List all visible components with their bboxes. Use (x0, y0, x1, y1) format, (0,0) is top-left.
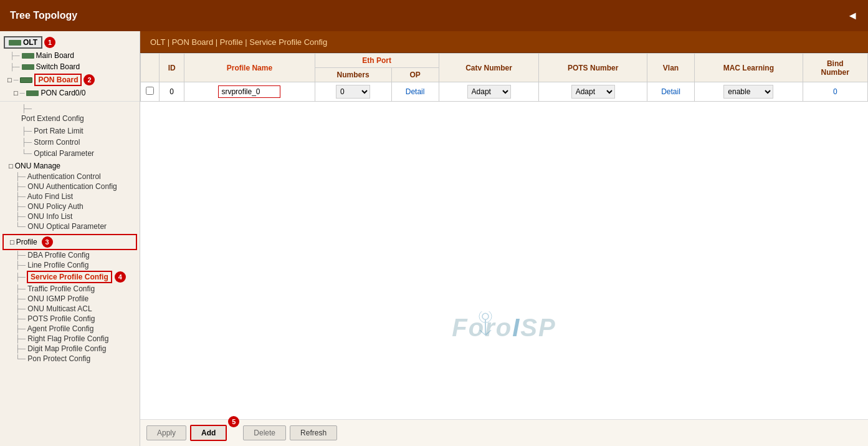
sidebar: OLT 1 ├─ Main Board ├─ Switch Board (0, 31, 140, 446)
expand-card[interactable]: □ (14, 89, 18, 97)
sidebar-item-onu-optical[interactable]: └─ ONU Optical Parameter (15, 221, 137, 231)
igmp-label[interactable]: ONU IGMP Profile (27, 294, 88, 303)
onu-manage-group: □ ONU Manage ├─ Authentication Control ├… (0, 159, 140, 233)
sidebar-item-optical[interactable]: └─ Optical Parameter (2, 148, 137, 159)
traffic-label[interactable]: Traffic Profile Config (27, 284, 95, 293)
detail-link-vlan[interactable]: Detail (661, 87, 680, 96)
row-eth-op: Detail (391, 82, 439, 102)
sidebar-item-line[interactable]: ├─ Line Profile Config (15, 260, 137, 270)
breadcrumb-bar: OLT | PON Board | Profile | Service Prof… (140, 31, 868, 53)
divider1 (0, 101, 140, 102)
badge-2: 2 (83, 74, 95, 85)
connector3: ─ (14, 76, 19, 84)
port-rate-label[interactable]: Port Rate Limit (34, 127, 83, 135)
th-id: ID (160, 54, 184, 82)
olt-box: OLT (4, 36, 42, 49)
sidebar-item-auth-ctrl[interactable]: ├─ Authentication Control (15, 172, 137, 182)
catv-select[interactable]: Adapt 0 1 (467, 85, 511, 99)
sidebar-item-agent[interactable]: ├─ Agent Profile Config (15, 324, 137, 334)
mac-select[interactable]: enable disable (723, 85, 773, 99)
sidebar-item-onu-policy[interactable]: ├─ ONU Policy Auth (15, 201, 137, 211)
pon-card-label: PON Card0/0 (41, 89, 85, 97)
main-layout: OLT 1 ├─ Main Board ├─ Switch Board (0, 31, 868, 446)
sidebar-item-multicast[interactable]: ├─ ONU Multicast ACL (15, 304, 137, 314)
detail-link-eth[interactable]: Detail (406, 87, 425, 96)
line-label[interactable]: Line Profile Config (27, 261, 88, 269)
switch-board-label: Switch Board (36, 62, 80, 71)
olt-icon (9, 40, 21, 46)
sidebar-item-pots[interactable]: ├─ POTS Profile Config (15, 314, 137, 324)
onu-manage-label: ONU Manage (15, 162, 60, 170)
svg-line-4 (485, 330, 491, 335)
pots-select[interactable]: Adapt 0 1 (571, 85, 615, 99)
right-flag-label[interactable]: Right Flag Profile Config (27, 334, 108, 343)
expand-pon[interactable]: □ (7, 76, 12, 84)
auth-ctrl-label[interactable]: Authentication Control (27, 172, 101, 181)
sidebar-item-dba[interactable]: ├─ DBA Profile Config (15, 250, 137, 260)
delete-button[interactable]: Delete (243, 425, 286, 440)
olt-label: OLT (23, 38, 37, 47)
sidebar-item-right-flag[interactable]: ├─ Right Flag Profile Config (15, 334, 137, 344)
action-bar: Apply Add 5 Delete Refresh (140, 419, 868, 446)
service-profile-label[interactable]: Service Profile Config (27, 271, 112, 283)
connector2: ├─ (10, 63, 20, 70)
collapse-btn[interactable]: ◄ (847, 9, 858, 22)
olt-row[interactable]: OLT 1 (4, 35, 136, 50)
storm-control-label[interactable]: Storm Control (34, 138, 80, 147)
sidebar-item-storm[interactable]: ├─ Storm Control (2, 137, 137, 148)
add-button[interactable]: Add (190, 425, 227, 441)
pon-protect-label[interactable]: Pon Protect Config (27, 354, 90, 363)
sidebar-item-port-extend[interactable]: ├─ Port Extend Config (2, 103, 137, 125)
sidebar-tree-root: OLT 1 ├─ Main Board ├─ Switch Board (0, 31, 140, 100)
expand-profile[interactable]: □ (10, 238, 14, 246)
onu-info-label[interactable]: ONU Info List (27, 212, 72, 221)
watermark-after: SP (520, 314, 556, 341)
port-extend-label[interactable]: Port Extend Config (21, 113, 137, 124)
dba-label[interactable]: DBA Profile Config (27, 251, 89, 259)
sidebar-item-onu-info[interactable]: ├─ ONU Info List (15, 211, 137, 221)
sidebar-item-onu-auth[interactable]: ├─ ONU Authentication Config (15, 182, 137, 191)
onu-optical-label[interactable]: ONU Optical Parameter (27, 222, 107, 231)
agent-label[interactable]: Agent Profile Config (27, 324, 94, 333)
th-pots: POTS Number (539, 54, 647, 82)
watermark: ForoISP (452, 314, 556, 342)
onu-manage-header[interactable]: □ ONU Manage (2, 160, 137, 172)
auto-find-label[interactable]: Auto Find List (27, 192, 73, 201)
pon-card-row[interactable]: □ ─ PON Card0/0 (4, 87, 136, 99)
row-checkbox[interactable] (146, 87, 154, 95)
optical-param-label[interactable]: Optical Parameter (34, 149, 94, 158)
onu-auth-label[interactable]: ONU Authentication Config (27, 182, 117, 191)
digit-map-label[interactable]: Digit Map Profile Config (27, 344, 106, 353)
profile-name-input[interactable] (218, 85, 280, 98)
connector4: ─ (20, 89, 25, 97)
refresh-button[interactable]: Refresh (290, 425, 337, 440)
main-board-label: Main Board (36, 51, 74, 60)
apply-button[interactable]: Apply (146, 425, 186, 440)
sidebar-item-traffic[interactable]: ├─ Traffic Profile Config (15, 284, 137, 294)
bind-number-link[interactable]: 0 (833, 87, 837, 96)
main-board-row[interactable]: ├─ Main Board (4, 50, 136, 61)
expand-onu[interactable]: □ (9, 162, 13, 170)
multicast-label[interactable]: ONU Multicast ACL (27, 304, 92, 313)
pots-label[interactable]: POTS Profile Config (27, 314, 95, 323)
content-area: OLT | PON Board | Profile | Service Prof… (140, 31, 868, 446)
svg-line-3 (480, 330, 485, 335)
pon-board-row[interactable]: □ ─ PON Board 2 (4, 72, 136, 87)
sidebar-item-port-rate[interactable]: ├─ Port Rate Limit (2, 125, 137, 137)
switch-board-row[interactable]: ├─ Switch Board (4, 61, 136, 72)
sidebar-item-igmp[interactable]: ├─ ONU IGMP Profile (15, 294, 137, 304)
row-profile-name (184, 82, 315, 102)
profile-group: □ Profile 3 ├─ DBA Profile Config ├─ Lin… (0, 233, 140, 365)
th-eth-numbers: Numbers (315, 68, 391, 82)
onu-policy-label[interactable]: ONU Policy Auth (27, 202, 83, 211)
profile-header[interactable]: □ Profile 3 (2, 234, 137, 250)
connector-pe: ├─ (21, 104, 32, 113)
eth-numbers-select[interactable]: 0 1 2 4 8 (336, 85, 370, 99)
sidebar-item-auto-find[interactable]: ├─ Auto Find List (15, 191, 137, 201)
sidebar-item-service[interactable]: ├─ Service Profile Config 4 (15, 270, 137, 284)
sidebar-item-digit-map[interactable]: ├─ Digit Map Profile Config (15, 344, 137, 354)
board-icon (22, 53, 34, 59)
sidebar-item-pon-protect[interactable]: └─ Pon Protect Config (15, 354, 137, 364)
pon-board-label: PON Board (34, 74, 82, 86)
badge-1: 1 (44, 37, 55, 48)
